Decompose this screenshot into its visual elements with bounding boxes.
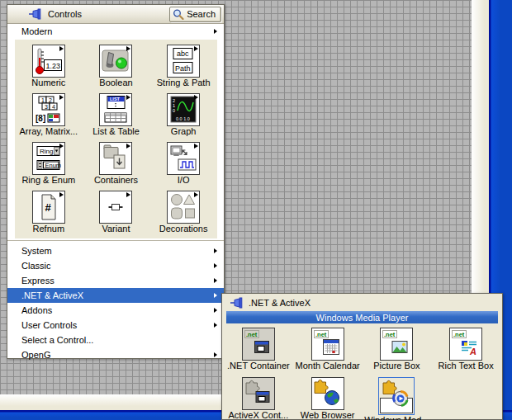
decorations-icon [167, 191, 200, 224]
section-header-label: Windows Media Player [316, 313, 409, 323]
variant-icon [99, 191, 132, 224]
svg-text:2: 2 [49, 97, 52, 103]
palette-item-label: Decorations [159, 224, 208, 234]
modern-subpalette: 1.23 Numeric Boolean [15, 40, 217, 238]
menu-item-label: Express [21, 276, 55, 286]
submenu-arrow-icon [214, 352, 217, 357]
palette-item-label: Refnum [33, 224, 65, 234]
svg-text:#: # [45, 201, 51, 214]
palette-item-list-table[interactable]: LIST List & Table [83, 90, 150, 139]
menu-item-select-a-control[interactable]: Select a Control... [7, 333, 224, 347]
menu-item-label: System [21, 246, 52, 256]
palette-item-ring-enum[interactable]: Ring Enum Ring & Enum [15, 139, 83, 187]
list-table-icon: LIST [99, 93, 132, 126]
menu-item-label: OpenG [21, 350, 50, 360]
palette-item-net-container[interactable]: .net .NET Container [224, 326, 293, 373]
category-menu: System Classic Express .NET & ActiveX Ad… [7, 240, 224, 362]
submenu-arrow-icon [214, 293, 217, 298]
svg-text:.net: .net [246, 331, 258, 338]
palette-item-label: String & Path [157, 78, 211, 87]
subpalette-corner-arrow-icon [126, 46, 130, 51]
palette-item-decorations[interactable]: Decorations [149, 187, 217, 236]
numeric-icon: 1.23 [32, 45, 65, 78]
svg-text:0: 0 [173, 108, 175, 113]
ring-enum-icon: Ring Enum [32, 142, 65, 175]
palette-item-picture-box[interactable]: .net Picture Box [363, 326, 432, 373]
search-button[interactable]: Search [169, 7, 221, 22]
palette-item-numeric[interactable]: 1.23 Numeric [15, 41, 83, 90]
pushpin-icon[interactable] [28, 8, 42, 20]
palette-item-windows-media[interactable]: Windows Med... [363, 375, 432, 420]
svg-text:1.23: 1.23 [45, 62, 60, 70]
refnum-icon: # [32, 191, 65, 224]
menu-item-express[interactable]: Express [7, 273, 224, 288]
net-activex-palette: .NET & ActiveX Windows Media Player .net… [221, 293, 503, 420]
svg-text:Enum: Enum [45, 162, 61, 169]
palette-item-rich-text-box[interactable]: .net A Rich Text Box [431, 326, 500, 373]
subpalette-corner-arrow-icon [126, 192, 130, 197]
palette-item-label: Picture Box [373, 361, 420, 370]
menu-item-system[interactable]: System [7, 243, 224, 258]
menu-item-label: Classic [21, 261, 50, 271]
palette-item-web-browser[interactable]: Web Browser [293, 375, 363, 420]
windows-media-player-icon [380, 398, 413, 413]
palette-item-refnum[interactable]: # Refnum [15, 187, 83, 236]
menu-item-user-controls[interactable]: User Controls [7, 318, 224, 333]
controls-palette: Controls Search Modern 1.23 [7, 4, 225, 359]
palette-item-label: List & Table [92, 126, 140, 136]
palette-item-label: Containers [94, 175, 138, 185]
selected-item-outline [378, 377, 415, 415]
palette-item-io[interactable]: I/O [149, 139, 217, 187]
palette-item-variant[interactable]: Variant [83, 187, 150, 236]
palette-item-string-path[interactable]: abc Path String & Path [149, 41, 217, 90]
palette-item-month-calendar[interactable]: .net Month Calendar [293, 326, 363, 373]
pushpin-icon[interactable] [230, 297, 244, 309]
menu-item-classic[interactable]: Classic [7, 258, 224, 273]
net-activex-titlebar[interactable]: .NET & ActiveX [222, 294, 502, 311]
submenu-arrow-icon [214, 248, 217, 253]
palette-item-graph[interactable]: 2 1 0 0.0 1.0 Graph [149, 90, 217, 139]
svg-text:Path: Path [175, 64, 191, 73]
picture-box-icon: .net [380, 328, 413, 361]
svg-text:.net: .net [453, 331, 465, 338]
subpalette-corner-arrow-icon [194, 144, 198, 149]
palette-item-containers[interactable]: Containers [83, 139, 150, 187]
palette-item-boolean[interactable]: Boolean [83, 41, 150, 90]
containers-icon [99, 142, 132, 175]
search-button-label: Search [187, 9, 216, 19]
svg-text:0.0 1.0: 0.0 1.0 [176, 116, 190, 121]
svg-text:3: 3 [45, 104, 48, 110]
svg-text:1: 1 [41, 97, 45, 103]
palette-item-label: Numeric [31, 78, 65, 87]
subpalette-corner-arrow-icon [126, 95, 130, 100]
palette-item-activex-container[interactable]: ActiveX Cont... [224, 375, 293, 420]
string-path-icon: abc Path [167, 45, 200, 78]
palette-item-array-matrix[interactable]: 1 2 3 4 [8] Array, Matrix... [15, 90, 83, 139]
array-matrix-icon: 1 2 3 4 [8] [32, 93, 65, 126]
svg-text:LIST: LIST [110, 97, 121, 101]
controls-palette-titlebar[interactable]: Controls Search [7, 5, 224, 24]
palette-item-label: Month Calendar [295, 361, 359, 370]
menu-item-net-activex[interactable]: .NET & ActiveX [7, 288, 224, 303]
subpalette-corner-arrow-icon [194, 192, 198, 197]
subpalette-corner-arrow-icon [59, 46, 64, 51]
net-activex-row1: .net .NET Container .net [222, 323, 502, 373]
subpalette-corner-arrow-icon [194, 46, 198, 51]
menu-item-openg[interactable]: OpenG [7, 347, 224, 362]
submenu-arrow-icon [214, 308, 217, 313]
palette-item-label: I/O [178, 175, 190, 185]
menu-item-addons[interactable]: Addons [7, 303, 224, 318]
palette-item-label: ActiveX Cont... [228, 410, 288, 420]
menu-item-label: Select a Control... [21, 335, 93, 345]
svg-text:.net: .net [315, 331, 327, 338]
subpalette-corner-arrow-icon [59, 144, 64, 149]
net-activex-row2: ActiveX Cont... Web Browser [222, 373, 502, 420]
subpalette-corner-arrow-icon [59, 192, 64, 197]
section-header: Windows Media Player [226, 311, 498, 323]
palette-title: Controls [48, 9, 82, 19]
submenu-arrow-icon [214, 323, 217, 328]
submenu-arrow-icon [214, 278, 217, 283]
palette-item-label: Ring & Enum [21, 175, 75, 185]
subpalette-corner-arrow-icon [59, 95, 64, 100]
menu-item-modern[interactable]: Modern [7, 24, 224, 39]
